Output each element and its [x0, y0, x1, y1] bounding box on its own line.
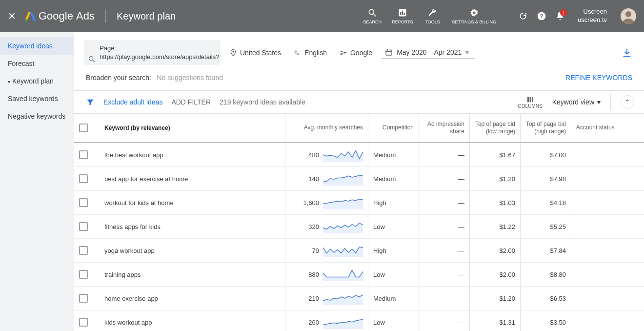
competition-cell: Medium — [368, 167, 419, 191]
sidebar-item-keyword-plan[interactable]: Keyword plan — [0, 72, 74, 90]
svg-marker-32 — [323, 199, 363, 209]
keyword-ideas-table: Keyword (by relevance)Avg. monthly searc… — [74, 114, 644, 331]
col-competition[interactable]: Competition — [368, 114, 419, 143]
row-checkbox[interactable] — [79, 246, 88, 255]
competition-cell: High — [368, 191, 419, 215]
columns-button[interactable]: COLUMNS — [518, 96, 543, 109]
keyword-cell: kids workout app — [100, 310, 285, 331]
bid-low-cell: $1.03 — [469, 191, 520, 215]
exclude-adult-link[interactable]: Exclude adult ideas — [103, 98, 162, 106]
account-cell — [571, 239, 644, 263]
date-range-chip[interactable]: May 2020 – Apr 2021 ▾ — [381, 46, 475, 59]
tool-search[interactable]: SEARCH — [362, 8, 382, 24]
tool-reports[interactable]: REPORTS — [392, 8, 413, 24]
account-cell — [571, 263, 644, 287]
svg-point-14 — [232, 51, 234, 52]
bid-high-cell: $7.00 — [520, 143, 571, 167]
svg-line-20 — [342, 51, 344, 53]
col-bid-low[interactable]: Top of page bid (low range) — [469, 114, 520, 143]
add-filter-button[interactable]: ADD FILTER — [171, 98, 211, 106]
col-bid-high[interactable]: Top of page bid (high range) — [520, 114, 571, 143]
svg-point-11 — [625, 11, 631, 17]
keyword-cell: the best workout app — [100, 143, 285, 167]
row-checkbox-cell — [74, 239, 100, 263]
chevron-up-icon: ⌃ — [624, 98, 630, 106]
svg-rect-29 — [532, 97, 533, 102]
svg-line-13 — [93, 60, 95, 62]
language-chip[interactable]: 文A English — [290, 47, 331, 59]
row-checkbox-cell — [74, 215, 100, 239]
avatar[interactable] — [621, 8, 636, 24]
row-checkbox[interactable] — [79, 318, 88, 327]
row-checkbox[interactable] — [79, 174, 88, 183]
col-keyword[interactable]: Keyword (by relevance) — [100, 114, 285, 143]
seed-url: https://play.google.com/store/apps/detai… — [100, 53, 215, 62]
tool-settings[interactable]: SETTINGS & BILLING — [452, 8, 496, 24]
svg-point-1 — [369, 9, 374, 14]
svg-marker-34 — [323, 247, 363, 257]
collapse-panel-button[interactable]: ⌃ — [621, 95, 634, 109]
refresh-icon[interactable] — [518, 11, 528, 21]
columns-icon — [526, 96, 535, 103]
bid-high-cell: $4.18 — [520, 191, 571, 215]
bid-high-cell: $6.53 — [520, 287, 571, 310]
notification-badge: ! — [560, 9, 567, 16]
view-dropdown[interactable]: Keyword view ▾ — [552, 98, 601, 106]
refine-keywords-button[interactable]: REFINE KEYWORDS — [565, 74, 632, 82]
row-checkbox[interactable] — [79, 198, 88, 207]
account-label[interactable]: Uscreen uscreen.tv — [578, 8, 607, 24]
col-checkbox[interactable] — [74, 114, 100, 143]
col-account-status[interactable]: Account status — [571, 114, 644, 143]
sidebar-item-forecast[interactable]: Forecast — [0, 55, 74, 72]
col-searches[interactable]: Avg. monthly searches — [285, 114, 368, 143]
network-icon — [340, 49, 347, 57]
download-icon[interactable] — [622, 47, 632, 58]
close-icon[interactable]: ✕ — [8, 10, 16, 22]
bid-high-cell: $3.50 — [520, 310, 571, 331]
sidebar-item-keyword-ideas[interactable]: Keyword ideas — [0, 37, 74, 55]
searches-cell: 880 — [285, 263, 368, 287]
seed-url-box[interactable]: Page: https://play.google.com/store/apps… — [84, 40, 221, 65]
competition-cell: Medium — [368, 143, 419, 167]
sidebar-item-saved-keywords[interactable]: Saved keywords — [0, 90, 74, 107]
row-checkbox[interactable] — [79, 150, 88, 159]
svg-marker-31 — [323, 175, 363, 186]
sidebar-item-negative-keywords[interactable]: Negative keywords — [0, 107, 74, 125]
competition-cell: High — [368, 239, 419, 263]
search-icon — [367, 8, 377, 18]
select-all-checkbox[interactable] — [79, 124, 88, 132]
impr-cell: — — [419, 191, 469, 215]
svg-rect-6 — [403, 13, 405, 15]
notifications-icon[interactable]: ! — [555, 11, 565, 21]
row-checkbox-cell — [74, 287, 100, 310]
searches-cell: 480 — [285, 143, 368, 167]
filter-icon[interactable] — [86, 98, 95, 106]
account-cell — [571, 310, 644, 331]
bid-high-cell: $5.25 — [520, 215, 571, 239]
col-impr-share[interactable]: Ad impression share — [419, 114, 469, 143]
location-chip[interactable]: United States — [225, 47, 285, 59]
row-checkbox[interactable] — [79, 294, 88, 303]
row-checkbox[interactable] — [79, 270, 88, 279]
impr-cell: — — [419, 215, 469, 239]
wrench-icon — [427, 8, 437, 18]
bid-low-cell: $1.67 — [469, 143, 520, 167]
broaden-label: Broaden your search: — [86, 74, 151, 82]
searches-cell: 140 — [285, 167, 368, 191]
account-cell — [571, 143, 644, 167]
row-checkbox[interactable] — [79, 222, 88, 231]
svg-rect-27 — [527, 97, 529, 102]
tool-tools[interactable]: TOOLS — [423, 8, 442, 24]
network-chip[interactable]: Google — [336, 47, 376, 59]
help-icon[interactable]: ? — [537, 11, 546, 21]
ads-logo-icon — [24, 10, 37, 22]
keyword-cell: workout for kids at home — [100, 191, 285, 215]
impr-cell: — — [419, 143, 469, 167]
gear-icon — [469, 8, 479, 18]
searches-cell: 70 — [285, 239, 368, 263]
account-cell — [571, 287, 644, 310]
account-cell — [571, 191, 644, 215]
bid-high-cell: $8.80 — [520, 263, 571, 287]
svg-rect-4 — [400, 12, 402, 15]
svg-rect-5 — [402, 11, 403, 15]
